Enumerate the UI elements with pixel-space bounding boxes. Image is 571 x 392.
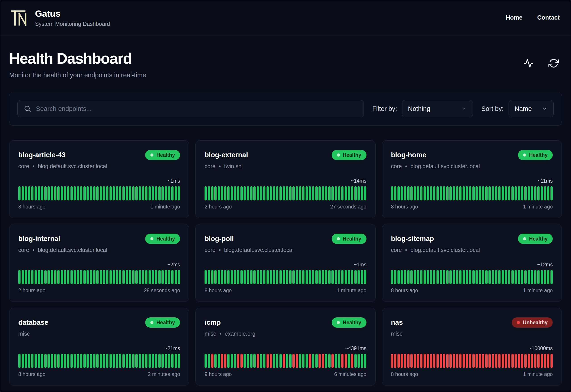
uptime-bar-down[interactable]	[479, 354, 481, 368]
uptime-bar-up[interactable]	[100, 354, 102, 368]
uptime-bar-up[interactable]	[276, 270, 278, 284]
uptime-bar-up[interactable]	[273, 186, 275, 200]
uptime-bar-up[interactable]	[71, 186, 73, 200]
uptime-bar-up[interactable]	[103, 270, 105, 284]
uptime-bar-up[interactable]	[119, 270, 121, 284]
uptime-bar-up[interactable]	[440, 186, 442, 200]
uptime-bar-up[interactable]	[126, 270, 128, 284]
uptime-bar-up[interactable]	[515, 270, 517, 284]
uptime-bar-up[interactable]	[47, 186, 50, 200]
uptime-bar-up[interactable]	[407, 270, 409, 284]
uptime-bar-up[interactable]	[302, 270, 304, 284]
uptime-bar-up[interactable]	[208, 354, 210, 368]
uptime-bar-up[interactable]	[96, 186, 99, 200]
uptime-bar-up[interactable]	[205, 270, 207, 284]
uptime-bar-down[interactable]	[341, 354, 344, 368]
uptime-bar-up[interactable]	[364, 354, 366, 368]
uptime-bar-up[interactable]	[544, 270, 546, 284]
uptime-bar-up[interactable]	[391, 270, 393, 284]
uptime-bar-up[interactable]	[38, 270, 40, 284]
uptime-bar-up[interactable]	[502, 270, 504, 284]
uptime-bar-up[interactable]	[83, 354, 86, 368]
uptime-bar-up[interactable]	[162, 354, 164, 368]
uptime-bar-up[interactable]	[178, 354, 180, 368]
uptime-bar-down[interactable]	[292, 354, 295, 368]
uptime-bar-up[interactable]	[83, 186, 86, 200]
uptime-bar-up[interactable]	[178, 186, 180, 200]
uptime-bar-down[interactable]	[309, 354, 311, 368]
uptime-bar-up[interactable]	[345, 270, 347, 284]
uptime-bar-up[interactable]	[247, 186, 249, 200]
uptime-bar-up[interactable]	[312, 186, 314, 200]
uptime-bar-up[interactable]	[309, 270, 311, 284]
uptime-bar-up[interactable]	[338, 270, 340, 284]
uptime-bar-up[interactable]	[237, 186, 239, 200]
uptime-bar-up[interactable]	[328, 270, 331, 284]
uptime-bar-up[interactable]	[149, 186, 151, 200]
uptime-bar-down[interactable]	[476, 354, 478, 368]
uptime-bar-up[interactable]	[423, 186, 426, 200]
uptime-bar-down[interactable]	[466, 354, 468, 368]
uptime-bar-up[interactable]	[142, 270, 144, 284]
uptime-bar-down[interactable]	[318, 354, 321, 368]
uptime-bar-up[interactable]	[106, 270, 108, 284]
uptime-bar-up[interactable]	[472, 270, 475, 284]
uptime-bar-up[interactable]	[260, 186, 262, 200]
uptime-bar-up[interactable]	[119, 354, 121, 368]
uptime-bar-up[interactable]	[57, 270, 60, 284]
uptime-bar-up[interactable]	[93, 270, 95, 284]
uptime-bar-up[interactable]	[348, 270, 350, 284]
uptime-bar-up[interactable]	[77, 270, 79, 284]
uptime-bar-up[interactable]	[292, 186, 295, 200]
uptime-bar-up[interactable]	[211, 186, 213, 200]
uptime-bar-up[interactable]	[77, 186, 79, 200]
uptime-bar-down[interactable]	[511, 354, 514, 368]
uptime-bar-down[interactable]	[440, 354, 442, 368]
uptime-bar-up[interactable]	[250, 186, 253, 200]
uptime-bar-up[interactable]	[208, 270, 210, 284]
uptime-bar-up[interactable]	[433, 270, 436, 284]
uptime-bar-up[interactable]	[35, 270, 37, 284]
uptime-bar-up[interactable]	[175, 354, 177, 368]
uptime-bar-up[interactable]	[495, 186, 497, 200]
uptime-bar-up[interactable]	[312, 354, 314, 368]
uptime-bar-up[interactable]	[267, 270, 269, 284]
uptime-bar-up[interactable]	[257, 186, 259, 200]
uptime-bar-down[interactable]	[551, 354, 553, 368]
uptime-bar-up[interactable]	[100, 270, 102, 284]
uptime-bar-up[interactable]	[234, 354, 236, 368]
nav-link-contact[interactable]: Contact	[537, 14, 560, 21]
uptime-bar-up[interactable]	[83, 270, 86, 284]
uptime-bar-up[interactable]	[361, 354, 363, 368]
uptime-bar-up[interactable]	[109, 354, 112, 368]
uptime-bar-up[interactable]	[171, 186, 174, 200]
uptime-bar-up[interactable]	[335, 186, 337, 200]
uptime-bar-up[interactable]	[524, 186, 527, 200]
uptime-bar-up[interactable]	[116, 270, 118, 284]
uptime-bar-up[interactable]	[74, 270, 76, 284]
uptime-bar-up[interactable]	[351, 270, 353, 284]
uptime-bar-up[interactable]	[531, 186, 533, 200]
uptime-bar-up[interactable]	[446, 186, 449, 200]
uptime-bar-up[interactable]	[263, 354, 265, 368]
uptime-bar-up[interactable]	[528, 186, 530, 200]
uptime-bar-up[interactable]	[476, 270, 478, 284]
uptime-bar-up[interactable]	[443, 186, 445, 200]
uptime-bar-up[interactable]	[227, 270, 229, 284]
uptime-bar-up[interactable]	[341, 270, 344, 284]
uptime-bar-up[interactable]	[149, 270, 151, 284]
uptime-bar-up[interactable]	[152, 186, 154, 200]
uptime-bar-up[interactable]	[135, 270, 138, 284]
uptime-bar-up[interactable]	[410, 186, 413, 200]
uptime-bar-up[interactable]	[208, 186, 210, 200]
uptime-bar-up[interactable]	[142, 354, 144, 368]
uptime-bar-up[interactable]	[316, 186, 318, 200]
uptime-bar-up[interactable]	[292, 270, 295, 284]
uptime-bar-up[interactable]	[224, 270, 226, 284]
uptime-bar-up[interactable]	[414, 270, 416, 284]
uptime-bar-up[interactable]	[358, 186, 360, 200]
uptime-bar-up[interactable]	[93, 186, 95, 200]
uptime-bar-down[interactable]	[505, 354, 507, 368]
uptime-bar-up[interactable]	[25, 270, 27, 284]
uptime-bar-up[interactable]	[152, 354, 154, 368]
